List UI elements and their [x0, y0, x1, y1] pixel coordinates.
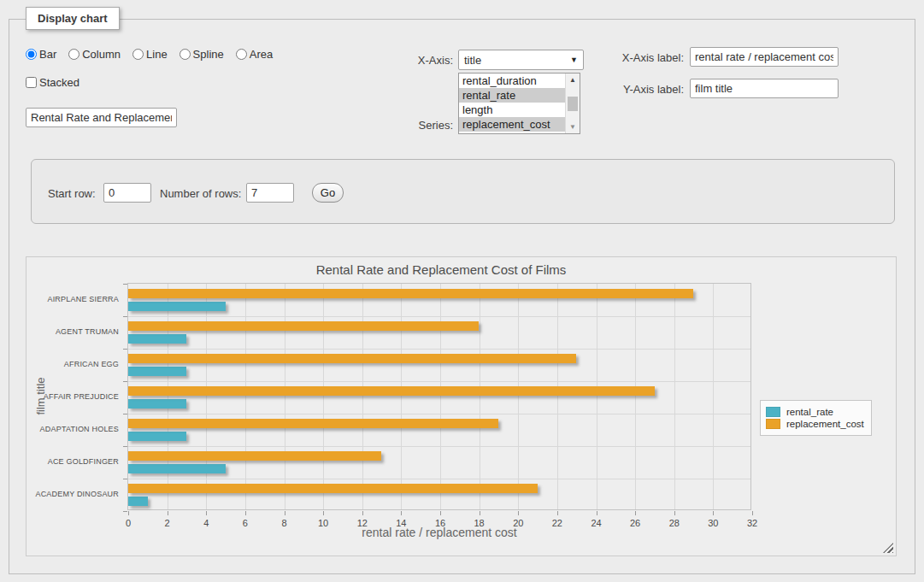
- radio-spline-input[interactable]: [180, 49, 191, 60]
- x-tick: [752, 511, 753, 515]
- x-tick: [362, 511, 363, 515]
- gridline: [362, 284, 363, 509]
- stacked-checkbox-label[interactable]: Stacked: [26, 76, 79, 89]
- x-tick: [401, 511, 402, 515]
- bar-rental_rate: [128, 399, 186, 409]
- category-label: AFFAIR PREJUDICE: [44, 392, 119, 401]
- chart-type-radio-group: Bar Column Line Spline Area: [26, 48, 280, 61]
- series-option[interactable]: length: [459, 103, 565, 117]
- category-label: AGENT TRUMAN: [56, 327, 119, 336]
- gridline: [128, 381, 750, 382]
- x-tick: [597, 511, 597, 515]
- x-tick: [674, 511, 675, 515]
- bar-rental_rate: [128, 302, 226, 311]
- bar-rental_rate: [128, 432, 186, 441]
- y-tick: [123, 316, 127, 317]
- row-range-panel: Start row: Number of rows: Go: [31, 159, 895, 224]
- x-tick: [168, 511, 168, 515]
- bar-replacement_cost: [128, 354, 576, 363]
- gridline: [401, 284, 402, 509]
- x-tick: [206, 511, 207, 515]
- legend-swatch-icon: [766, 419, 780, 429]
- stacked-checkbox[interactable]: [26, 77, 37, 88]
- number-of-rows-input[interactable]: [246, 183, 294, 203]
- radio-bar[interactable]: Bar: [26, 48, 56, 61]
- scrollbar-thumb[interactable]: [568, 97, 578, 111]
- y-tick: [123, 349, 127, 350]
- x-axis-select[interactable]: title ▼: [458, 50, 584, 70]
- start-row-input[interactable]: [103, 183, 151, 203]
- legend-entry: rental_rate: [766, 407, 864, 417]
- gridline: [168, 284, 168, 509]
- x-tick: [480, 511, 480, 515]
- radio-spline[interactable]: Spline: [180, 48, 224, 61]
- x-axis-label-field-label: X-Axis label:: [600, 51, 684, 64]
- chevron-down-icon: ▼: [570, 56, 578, 64]
- x-tick: [285, 511, 285, 515]
- series-options: rental_durationrental_ratelengthreplacem…: [459, 73, 565, 133]
- gridline: [323, 284, 324, 509]
- series-scrollbar[interactable]: ▲ ▼: [565, 73, 580, 133]
- gridline: [128, 316, 750, 317]
- bar-replacement_cost: [128, 451, 381, 461]
- radio-line[interactable]: Line: [132, 48, 168, 61]
- chart-x-axis-title: rental rate / replacement cost: [127, 526, 751, 539]
- series-select-label: Series:: [368, 119, 453, 132]
- radio-line-input[interactable]: [132, 49, 144, 60]
- bar-replacement_cost: [128, 321, 479, 331]
- number-of-rows-label: Number of rows:: [160, 187, 241, 200]
- series-multiselect[interactable]: rental_durationrental_ratelengthreplacem…: [458, 73, 580, 134]
- bar-replacement_cost: [128, 484, 538, 493]
- gridline: [128, 479, 750, 479]
- series-option[interactable]: rental_rate: [459, 88, 565, 103]
- radio-area-input[interactable]: [236, 49, 247, 60]
- bar-rental_rate: [128, 334, 186, 344]
- y-axis-label-field-label: Y-Axis label:: [600, 83, 684, 96]
- legend-label: rental_rate: [786, 407, 833, 417]
- y-tick: [123, 284, 127, 285]
- category-label: ACE GOLDFINGER: [48, 457, 119, 466]
- x-axis-select-label: X-Axis:: [368, 54, 453, 67]
- fieldset-legend: Display chart: [26, 7, 120, 30]
- series-option[interactable]: rental_duration: [459, 73, 565, 88]
- y-tick: [123, 511, 127, 512]
- start-row-label: Start row:: [48, 187, 96, 200]
- chart-title-input[interactable]: [26, 108, 177, 127]
- x-axis-label-input[interactable]: [690, 47, 839, 67]
- radio-column[interactable]: Column: [68, 48, 121, 61]
- stacked-row: Stacked: [26, 76, 86, 89]
- bar-replacement_cost: [128, 289, 693, 298]
- gridline: [245, 284, 246, 509]
- category-label: ACADEMY DINOSAUR: [35, 490, 119, 498]
- gridline: [557, 284, 558, 509]
- x-tick: [557, 511, 558, 515]
- y-tick: [123, 479, 127, 479]
- category-label: ADAPTATION HOLES: [40, 425, 119, 433]
- go-button[interactable]: Go: [312, 183, 344, 203]
- gridline: [480, 284, 480, 509]
- x-tick: [440, 511, 441, 515]
- scroll-down-icon[interactable]: ▼: [566, 121, 580, 133]
- y-tick: [123, 381, 127, 382]
- category-label: AFRICAN EGG: [64, 360, 119, 368]
- chart-legend: rental_ratereplacement_cost: [760, 400, 872, 436]
- radio-column-input[interactable]: [68, 49, 79, 60]
- legend-swatch-icon: [766, 407, 780, 417]
- category-label: AIRPLANE SIERRA: [47, 295, 119, 303]
- gridline: [128, 446, 750, 447]
- gridline: [285, 284, 285, 509]
- series-option[interactable]: replacement_cost: [459, 117, 565, 132]
- bar-replacement_cost: [128, 386, 655, 396]
- scroll-up-icon[interactable]: ▲: [566, 73, 580, 86]
- radio-bar-input[interactable]: [26, 49, 37, 60]
- bar-rental_rate: [128, 367, 186, 376]
- y-axis-label-input[interactable]: [690, 79, 839, 98]
- resize-handle-icon[interactable]: [883, 543, 893, 553]
- y-tick: [123, 446, 127, 447]
- x-axis-selected-value: title: [464, 54, 570, 67]
- x-tick: [518, 511, 519, 515]
- gridline: [206, 284, 207, 509]
- radio-area[interactable]: Area: [236, 48, 273, 61]
- x-tick: [713, 511, 714, 515]
- x-tick: [323, 511, 324, 515]
